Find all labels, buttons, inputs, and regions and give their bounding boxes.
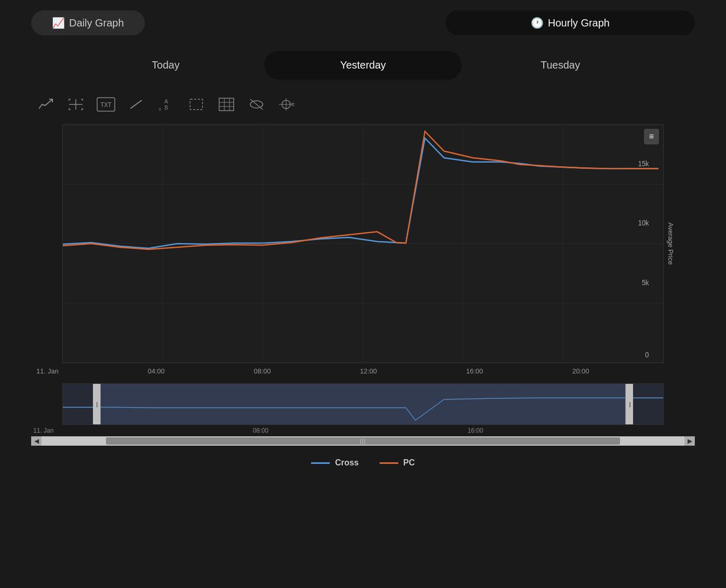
hourly-graph-tab[interactable]: 🕐 Hourly Graph bbox=[446, 10, 695, 35]
trend-line-tool[interactable] bbox=[36, 95, 55, 114]
hide-tool[interactable] bbox=[247, 95, 266, 114]
scrollbar-thumb[interactable]: ||| bbox=[106, 437, 620, 445]
pc-series-line bbox=[63, 131, 658, 249]
minimap-right-handle[interactable] bbox=[626, 384, 633, 424]
today-button[interactable]: Today bbox=[67, 51, 264, 79]
x-label-0: 11. Jan bbox=[36, 367, 59, 375]
x-label-4: 16:00 bbox=[466, 367, 483, 375]
svg-text:5k: 5k bbox=[642, 278, 649, 287]
hourly-graph-label: Hourly Graph bbox=[548, 17, 610, 29]
minimap[interactable] bbox=[62, 383, 664, 425]
daily-graph-label: Daily Graph bbox=[69, 17, 124, 29]
x-label-3: 12:00 bbox=[360, 367, 377, 375]
tuesday-button[interactable]: Tuesday bbox=[462, 51, 659, 79]
crosshair-zoom-tool[interactable] bbox=[277, 95, 296, 114]
chart-menu-button[interactable]: ≡ bbox=[644, 129, 659, 144]
svg-text:0: 0 bbox=[645, 351, 649, 359]
toolbar: TXT AB0 bbox=[0, 90, 726, 124]
draw-line-tool[interactable] bbox=[127, 95, 145, 114]
minimap-left-handle[interactable] bbox=[93, 384, 100, 424]
minimap-x-axis: 11. Jan 08:00 16:00 end bbox=[31, 425, 695, 434]
minimap-x-label-0: 11. Jan bbox=[33, 427, 53, 434]
cross-legend-label: Cross bbox=[335, 458, 358, 467]
label-ab-tool[interactable]: AB0 bbox=[157, 95, 176, 114]
x-label-1: 04:00 bbox=[147, 367, 165, 375]
cross-legend-line bbox=[311, 462, 330, 464]
scrollbar-left-button[interactable]: ◀ bbox=[31, 436, 42, 446]
y-axis-label: Average Price bbox=[667, 222, 675, 264]
yesterday-button[interactable]: Yesterday bbox=[264, 51, 462, 79]
svg-rect-8 bbox=[190, 99, 203, 110]
x-label-2: 08:00 bbox=[254, 367, 271, 375]
cross-legend-item: Cross bbox=[311, 458, 358, 467]
minimap-container: 11. Jan 08:00 16:00 end bbox=[31, 383, 695, 434]
scrollbar-right-button[interactable]: ▶ bbox=[684, 436, 695, 446]
chart-svg: 15k 10k 5k 0 bbox=[63, 125, 663, 363]
data-grid-tool[interactable] bbox=[217, 95, 236, 114]
svg-text:B: B bbox=[165, 105, 168, 111]
legend: Cross PC bbox=[0, 446, 726, 480]
select-box-tool[interactable] bbox=[187, 95, 206, 114]
text-tool[interactable]: TXT bbox=[97, 95, 115, 114]
day-selector: Today Yesterday Tuesday bbox=[0, 46, 726, 90]
daily-graph-icon: 📈 bbox=[52, 17, 65, 29]
svg-text:10k: 10k bbox=[638, 219, 649, 228]
main-chart[interactable]: ≡ 15k 10k bbox=[62, 124, 664, 363]
x-axis-labels: 11. Jan 04:00 08:00 12:00 16:00 20:00 en… bbox=[31, 363, 695, 375]
daily-graph-tab[interactable]: 📈 Daily Graph bbox=[31, 10, 145, 35]
scrollbar[interactable]: ◀ ||| ▶ bbox=[31, 436, 695, 446]
svg-text:0: 0 bbox=[159, 107, 162, 112]
minimap-x-label-2: 16:00 bbox=[467, 427, 483, 434]
svg-text:TXT: TXT bbox=[100, 101, 112, 109]
pc-legend-line bbox=[380, 462, 398, 464]
svg-line-4 bbox=[130, 100, 142, 109]
svg-rect-9 bbox=[219, 98, 234, 111]
svg-text:A: A bbox=[165, 99, 168, 104]
scrollbar-track[interactable]: ||| bbox=[42, 436, 684, 446]
expand-tool[interactable] bbox=[66, 95, 85, 114]
top-bar: 📈 Daily Graph 🕐 Hourly Graph bbox=[0, 0, 726, 46]
pc-legend-label: PC bbox=[404, 458, 415, 467]
minimap-selected-region bbox=[100, 384, 626, 424]
pc-legend-item: PC bbox=[380, 458, 415, 467]
minimap-x-label-1: 08:00 bbox=[253, 427, 268, 434]
chart-wrapper: ≡ 15k 10k bbox=[31, 124, 695, 375]
cross-series-line bbox=[63, 138, 658, 248]
svg-text:15k: 15k bbox=[638, 159, 649, 168]
x-label-5: 20:00 bbox=[572, 367, 589, 375]
hourly-graph-icon: 🕐 bbox=[531, 17, 544, 29]
